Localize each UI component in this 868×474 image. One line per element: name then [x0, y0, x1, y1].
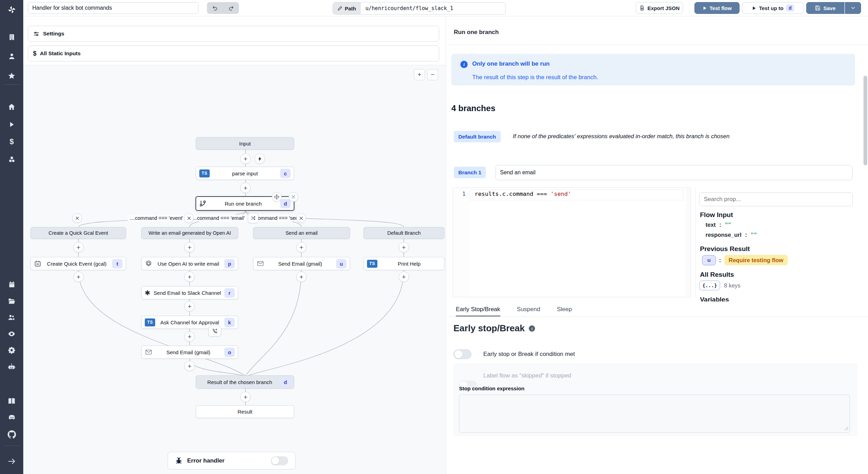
test-up-to-button[interactable]: Test up to d — [742, 2, 804, 14]
favorites-icon[interactable] — [0, 70, 23, 81]
error-handler-box[interactable]: Error handler — [168, 452, 295, 469]
test-flow-button[interactable]: Test flow — [694, 2, 740, 14]
phone-incoming-icon[interactable] — [208, 326, 221, 336]
prop-row[interactable]: response_url : "" — [706, 232, 757, 238]
predicate-code-editor[interactable]: 1 results.c.command === 'send' — [453, 188, 691, 297]
resources-icon[interactable] — [0, 154, 23, 165]
typescript-icon: TS — [145, 318, 155, 326]
pane-divider[interactable] — [446, 16, 446, 474]
add-step-icon[interactable]: + — [73, 272, 84, 282]
node-create-quick-event[interactable]: 31 Create Quick Event (gcal) t — [31, 257, 126, 270]
runs-icon[interactable] — [0, 119, 23, 130]
zoom-in-button[interactable]: + — [414, 69, 425, 80]
swap-branch-icon[interactable] — [248, 213, 258, 223]
add-step-icon[interactable]: + — [184, 272, 195, 282]
add-step-icon[interactable]: + — [184, 301, 195, 311]
step-id-badge[interactable]: u — [702, 255, 716, 265]
trigger-bolt-icon[interactable] — [254, 153, 265, 164]
early-stop-toggle[interactable] — [453, 349, 471, 359]
prop-row[interactable]: text : "" — [706, 222, 731, 228]
branch1-summary-input[interactable] — [495, 165, 852, 180]
branch-header[interactable]: Send an email — [253, 227, 350, 239]
node-label: Send Email to Slack Channel — [150, 290, 224, 296]
node-send-email-gmail[interactable]: Send Email (gmail) u — [253, 257, 350, 270]
resize-handle-icon[interactable] — [844, 426, 849, 431]
export-json-button[interactable]: Export JSON — [636, 2, 683, 14]
audit-logs-icon[interactable] — [0, 329, 23, 339]
previous-result-row[interactable]: u : Require testing flow — [702, 255, 788, 265]
branch-header[interactable]: Create a Quick Gcal Event — [31, 227, 126, 239]
all-results-heading: All Results — [700, 271, 734, 278]
settings-icon[interactable] — [0, 345, 23, 355]
github-icon[interactable] — [0, 429, 23, 440]
add-step-icon[interactable]: + — [184, 242, 195, 252]
export-json-label: Export JSON — [648, 5, 680, 11]
add-step-icon[interactable]: + — [240, 153, 251, 164]
flow-title-input[interactable] — [28, 2, 199, 14]
add-step-icon[interactable]: + — [399, 242, 409, 252]
editor-scrollbar[interactable] — [686, 188, 691, 297]
sidebar-divider — [4, 84, 19, 85]
remove-branch-icon[interactable] — [296, 213, 306, 223]
branch-header[interactable]: Default Branch — [364, 227, 444, 239]
node-ask-channel-approval[interactable]: TS Ask Channel for Approval k — [141, 316, 238, 329]
add-step-icon[interactable]: + — [240, 392, 251, 402]
code-text: results.c.command === — [475, 191, 551, 197]
add-step-icon[interactable]: + — [296, 272, 307, 282]
all-results-row[interactable]: {...} 8 keys — [699, 281, 741, 290]
node-result[interactable]: Result — [196, 405, 294, 418]
save-dropdown-button[interactable] — [845, 2, 861, 14]
add-step-icon[interactable]: + — [296, 242, 307, 252]
undo-redo-group — [207, 2, 239, 14]
stop-condition-label: Stop condition expression — [459, 385, 524, 391]
redo-icon[interactable] — [223, 2, 239, 14]
variables-icon[interactable]: $ — [0, 136, 23, 147]
node-use-openai[interactable]: Use Open AI to write email p — [141, 257, 238, 270]
collapse-icon[interactable] — [0, 456, 23, 466]
workspace-icon[interactable] — [0, 32, 23, 42]
folders-icon[interactable] — [0, 296, 23, 306]
info-icon[interactable]: i — [529, 325, 535, 332]
home-icon[interactable] — [0, 101, 23, 112]
info-body: The result of this step is the result of… — [472, 74, 598, 81]
windmill-logo[interactable] — [0, 5, 23, 15]
settings-panel-button[interactable]: Settings — [28, 26, 439, 42]
schedules-icon[interactable] — [0, 279, 23, 290]
delete-step-icon[interactable] — [289, 192, 298, 202]
inspector-scrollbar[interactable] — [863, 76, 867, 165]
branch-header[interactable]: Write an email generated by Open AI — [141, 227, 238, 239]
tab-early-stop-break[interactable]: Early Stop/Break — [456, 303, 500, 316]
node-send-email-gmail-2[interactable]: Send Email (gmail) o — [141, 346, 238, 359]
stop-condition-textarea[interactable] — [459, 394, 850, 433]
error-handler-toggle[interactable] — [271, 456, 288, 465]
node-send-email-slack[interactable]: ✱ Send Email to Slack Channel r — [141, 286, 238, 299]
node-parse-input[interactable]: TS parse input c — [196, 167, 294, 180]
add-step-icon[interactable]: + — [184, 331, 195, 342]
tab-suspend[interactable]: Suspend — [517, 303, 540, 316]
remove-branch-icon[interactable] — [72, 213, 82, 223]
path-control[interactable]: Path u/henricourdent/flow_slack_1 — [333, 2, 506, 15]
save-button[interactable]: Save — [806, 2, 844, 14]
git-branch-icon — [199, 200, 206, 207]
discord-icon[interactable] — [0, 413, 23, 423]
add-step-icon[interactable]: + — [73, 242, 84, 252]
static-inputs-panel-button[interactable]: $ All Static Inputs — [28, 45, 439, 61]
add-step-icon[interactable]: + — [240, 183, 251, 193]
user-icon[interactable] — [0, 51, 23, 61]
node-input[interactable]: Input — [196, 137, 294, 150]
tab-sleep[interactable]: Sleep — [557, 303, 572, 316]
groups-icon[interactable] — [0, 312, 23, 323]
node-print-help[interactable]: TS Print Help — [364, 257, 444, 270]
zoom-out-button[interactable]: − — [427, 69, 438, 80]
search-prop-input[interactable] — [699, 192, 853, 206]
svg-text:31: 31 — [36, 263, 39, 265]
add-step-icon[interactable]: + — [184, 361, 195, 371]
move-step-icon[interactable] — [272, 192, 282, 202]
add-step-icon[interactable]: + — [399, 272, 409, 282]
remove-branch-icon[interactable] — [184, 213, 194, 223]
node-result-of-branch[interactable]: Result of the chosen branch d — [196, 375, 294, 389]
object-badge[interactable]: {...} — [699, 281, 720, 290]
docs-icon[interactable] — [0, 396, 23, 406]
undo-icon[interactable] — [207, 2, 223, 14]
workers-icon[interactable] — [0, 361, 23, 372]
